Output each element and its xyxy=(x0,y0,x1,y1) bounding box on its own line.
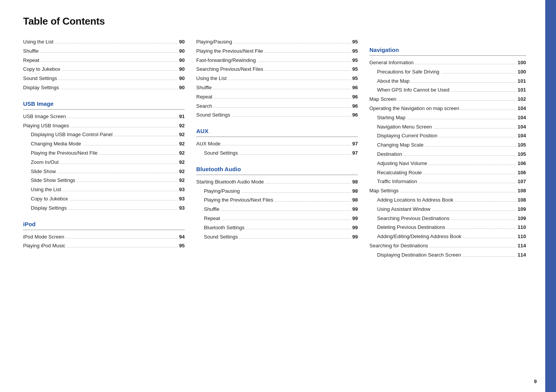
dot-leader xyxy=(77,182,178,182)
toc-entry: Shuffle99 xyxy=(196,205,358,214)
section-divider xyxy=(196,137,358,137)
dot-leader xyxy=(398,100,516,101)
toc-entry: Playing the Previous/Next File95 xyxy=(196,47,358,55)
dot-leader xyxy=(221,210,351,211)
entry-label: Deleting Previous Destinations xyxy=(377,224,445,232)
entry-label: Search xyxy=(196,102,212,110)
entry-label: Starting Bluetooth Audio Mode xyxy=(196,178,264,186)
entry-label: AUX Mode xyxy=(196,140,220,148)
toc-entry: Changing Map Scale105 xyxy=(369,141,526,149)
dot-leader xyxy=(400,192,516,192)
entry-label: Displaying USB Image Control Panel xyxy=(31,131,112,139)
entry-label: Adding/Editing/Deleting Address Book xyxy=(377,233,461,241)
dot-leader xyxy=(429,165,516,165)
dot-leader xyxy=(58,80,177,80)
entry-page: 93 xyxy=(179,186,185,194)
dot-leader xyxy=(425,146,516,147)
toc-entry: Playing the Previous/Next File92 xyxy=(23,149,185,157)
dot-leader xyxy=(213,89,351,89)
entry-page: 99 xyxy=(352,205,358,214)
entry-page: 106 xyxy=(518,160,526,168)
entry-page: 91 xyxy=(179,113,185,121)
dot-leader xyxy=(83,145,178,145)
entry-label: Playing/Pausing xyxy=(196,38,232,46)
entry-page: 90 xyxy=(179,47,185,55)
entry-label: Slide Show Settings xyxy=(31,177,75,185)
entry-label: Searching Previous/Next Files xyxy=(196,65,263,73)
entry-label: Displaying Destination Search Screen xyxy=(377,251,461,259)
three-column-layout: Using the List90Shuffle90Repeat90Copy to… xyxy=(23,38,526,260)
entry-page: 90 xyxy=(179,65,185,73)
dot-leader xyxy=(407,119,516,119)
entry-label: Playing the Previous/Next File xyxy=(31,149,97,157)
toc-entry: Sound Settings96 xyxy=(196,111,358,119)
dot-leader xyxy=(461,110,516,110)
entry-page: 105 xyxy=(518,141,526,149)
entry-page: 90 xyxy=(179,38,185,46)
entry-label: Recalculating Route xyxy=(377,169,422,177)
entry-page: 92 xyxy=(179,168,185,176)
col1-sections: USB ImageUSB Image Screen91Playing USB I… xyxy=(23,100,185,250)
entry-label: Display Settings xyxy=(31,204,67,212)
toc-entry: Repeat90 xyxy=(23,57,185,65)
toc-entry: Bluetooth Settings99 xyxy=(196,224,358,232)
entry-page: 102 xyxy=(518,95,526,103)
toc-entry: Using the List95 xyxy=(196,75,358,83)
dot-leader xyxy=(432,210,516,211)
entry-page: 90 xyxy=(179,84,185,92)
toc-entry: Search96 xyxy=(196,102,358,110)
toc-entry: About the Map101 xyxy=(369,77,526,85)
section-header: Navigation xyxy=(369,47,526,53)
entry-label: Traffic Information xyxy=(377,178,417,186)
toc-entry: Sound Settings90 xyxy=(23,75,185,83)
toc-entry: Playing USB Images92 xyxy=(23,122,185,130)
section-divider xyxy=(23,230,185,230)
toc-entry: Changing Media Mode92 xyxy=(23,140,185,148)
toc-entry: Playing/Pausing95 xyxy=(196,38,358,46)
entry-page: 98 xyxy=(352,178,358,186)
toc-entry: Recalculating Route106 xyxy=(369,169,526,177)
entry-page: 99 xyxy=(352,233,358,241)
toc-entry: Map Screen102 xyxy=(369,95,526,103)
dot-leader xyxy=(99,154,177,155)
entry-page: 93 xyxy=(179,204,185,212)
section-divider xyxy=(23,109,185,110)
toc-entry: Display Settings93 xyxy=(23,204,185,212)
entry-page: 90 xyxy=(179,75,185,83)
entry-label: Using the List xyxy=(31,186,61,194)
toc-entry: Playing the Previous/Next Files98 xyxy=(196,196,358,204)
entry-label: Playing/Pausing xyxy=(204,187,240,195)
section-header: Bluetooth Audio xyxy=(196,166,358,172)
entry-page: 90 xyxy=(179,57,185,65)
entry-label: Playing the Previous/Next File xyxy=(196,47,263,55)
toc-entry: Repeat99 xyxy=(196,215,358,223)
entry-label: Changing Media Mode xyxy=(31,140,81,148)
dot-leader xyxy=(463,238,516,238)
toc-entry: Displaying Current Position104 xyxy=(369,132,526,140)
page-title: Table of Contents xyxy=(23,15,526,27)
entry-label: Shuffle xyxy=(204,205,219,214)
entry-page: 92 xyxy=(179,158,185,167)
entry-label: Destination xyxy=(377,150,402,158)
entry-page: 95 xyxy=(352,65,358,73)
content-area: Table of Contents Using the List90Shuffl… xyxy=(0,0,545,392)
entry-label: Playing the Previous/Next Files xyxy=(204,196,273,204)
toc-entry: General Information100 xyxy=(369,59,526,67)
toc-entry: Searching Previous/Next Files95 xyxy=(196,65,358,73)
dot-leader xyxy=(60,163,177,164)
dot-leader xyxy=(447,229,516,229)
dot-leader xyxy=(232,116,351,117)
dot-leader xyxy=(214,98,351,98)
entry-page: 101 xyxy=(518,86,526,94)
entry-page: 108 xyxy=(518,187,526,195)
toc-entry: Traffic Information107 xyxy=(369,178,526,186)
entry-label: Zoom In/Out xyxy=(31,158,58,167)
section-title: USB Image xyxy=(23,100,53,107)
entry-page: 98 xyxy=(352,187,358,195)
entry-page: 104 xyxy=(518,114,526,122)
toc-entry: Fast-forwarding/Rewinding95 xyxy=(196,57,358,65)
dot-leader xyxy=(411,82,516,83)
toc-entry: Using the List93 xyxy=(23,186,185,194)
toc-entry: Map Settings108 xyxy=(369,187,526,195)
toc-entry: Navigation Menu Screen104 xyxy=(369,123,526,131)
